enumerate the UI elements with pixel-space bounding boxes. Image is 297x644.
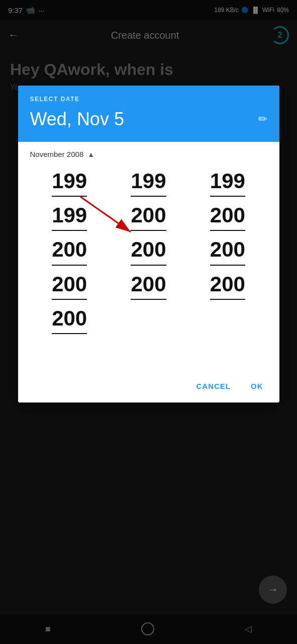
date-picker-dialog: SELECT DATE Wed, Nov 5 ✏ November 2008 ▲ — [18, 86, 279, 403]
year-item[interactable]: 200 — [210, 270, 245, 300]
year-col-3: 199 200 200 200 — [188, 167, 267, 368]
edit-date-icon[interactable]: ✏ — [258, 113, 267, 126]
year-item[interactable]: 200 — [131, 235, 166, 265]
year-item[interactable]: 200 — [52, 270, 87, 300]
dialog-date-row: Wed, Nov 5 ✏ — [30, 109, 267, 130]
year-item[interactable]: 200 — [210, 235, 245, 265]
year-item[interactable]: 199 — [210, 167, 245, 197]
year-item[interactable]: 200 — [131, 201, 166, 231]
dialog-overlay: SELECT DATE Wed, Nov 5 ✏ November 2008 ▲ — [0, 0, 297, 644]
month-year-text: November 2008 — [30, 150, 84, 158]
dialog-actions: CANCEL OK — [18, 372, 279, 403]
year-item[interactable]: 200 — [52, 235, 87, 265]
year-item[interactable]: 199 — [52, 167, 87, 197]
cancel-button[interactable]: CANCEL — [188, 378, 239, 394]
dialog-body: November 2008 ▲ 199 199 — [18, 142, 279, 372]
dialog-header: SELECT DATE Wed, Nov 5 ✏ — [18, 86, 279, 142]
month-year-selector[interactable]: November 2008 ▲ — [30, 150, 267, 158]
year-item[interactable]: 200 — [131, 270, 166, 300]
year-item[interactable]: 199 — [131, 167, 166, 197]
year-item[interactable]: 200 — [52, 304, 87, 334]
year-item[interactable]: 200 — [210, 201, 245, 231]
selected-date-display: Wed, Nov 5 — [30, 109, 124, 130]
select-date-label: SELECT DATE — [30, 96, 267, 103]
year-col-1: 199 199 200 200 200 — [30, 167, 109, 368]
year-col-2: 199 200 200 200 — [109, 167, 188, 368]
year-item[interactable]: 199 — [52, 201, 87, 231]
year-picker-grid: 199 199 200 200 200 199 200 200 200 199 … — [30, 167, 267, 368]
chevron-up-icon: ▲ — [87, 150, 94, 158]
ok-button[interactable]: OK — [243, 378, 271, 394]
